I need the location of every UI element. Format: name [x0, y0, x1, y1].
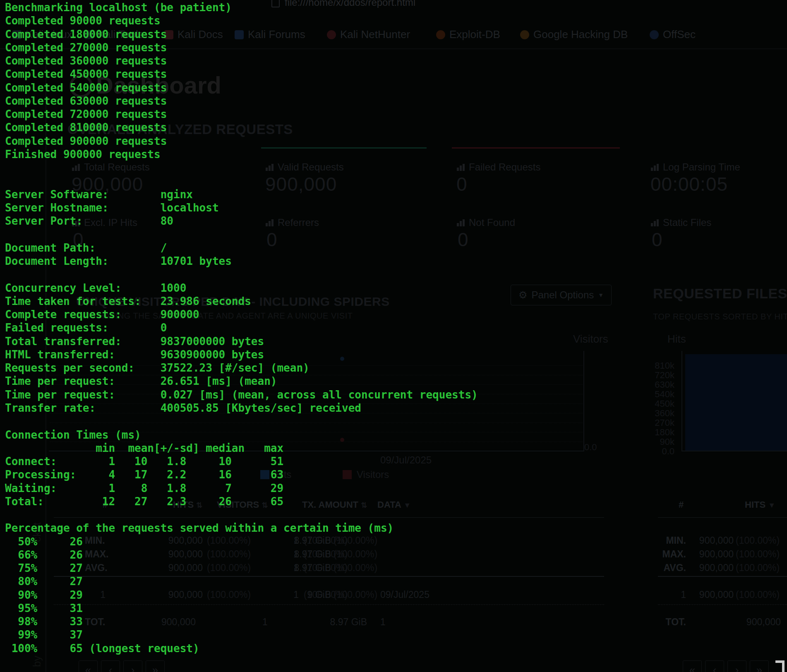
gear-icon: ⚙ — [518, 289, 528, 301]
cell-hits-pct: (100.00%) — [736, 535, 780, 546]
stat-static-files: Static Files — [650, 217, 711, 228]
files-col-header-hits[interactable]: HITS ▼ — [745, 499, 775, 510]
row-label-total: TOT. — [666, 617, 686, 628]
last-page-button[interactable]: » — [146, 660, 165, 672]
screen: file:///home/x/ddos/report.html Kali Lin… — [0, 0, 787, 672]
first-page-button[interactable]: « — [683, 660, 702, 672]
files-chart-x-axis — [681, 451, 787, 451]
main-chart-right-axis — [583, 351, 584, 451]
bar-chart-icon — [650, 163, 660, 171]
bookmark-offsec[interactable]: OffSec — [650, 28, 696, 41]
bookmark-google-hacking-db[interactable]: Google Hacking DB — [520, 28, 628, 41]
prev-page-button[interactable]: ‹ — [705, 660, 724, 672]
stat-log-parsing-time: Log Parsing Time — [650, 161, 740, 173]
files-panel-heading: REQUESTED FILES (URLS) — [653, 286, 787, 302]
panel-options-button[interactable]: ⚙ Panel Options ▼ — [511, 285, 612, 305]
row-label: AVG. — [663, 562, 686, 574]
row-label: MAX. — [662, 549, 686, 560]
row-label: MIN. — [666, 535, 686, 546]
files-axis-label: Hits — [667, 333, 686, 346]
y-tick: 0.0 — [645, 446, 674, 457]
stat-log-parsing-time-value: 00:00:05 — [650, 173, 728, 195]
files-col-header-idx[interactable]: # — [679, 499, 684, 510]
row-divider — [658, 604, 787, 605]
offsec-icon — [650, 30, 659, 39]
cell-hits-pct: (100.00%) — [736, 549, 780, 560]
cell-hits-pct: (100.00%) — [736, 589, 780, 600]
cell-hits: 900,000 — [699, 562, 734, 574]
next-page-button[interactable]: › — [123, 660, 142, 672]
main-axis-min-tick: 0.0 — [584, 442, 609, 453]
next-page-button[interactable]: › — [727, 660, 746, 672]
cell-idx: 1 — [681, 589, 686, 600]
cell-hits: 900,000 — [699, 535, 734, 546]
cell-hits-pct: (100.00%) — [736, 562, 780, 574]
summary-divider — [658, 576, 787, 577]
google-hacking-db-icon — [520, 30, 529, 39]
bar-chart-icon — [650, 219, 660, 226]
files-chart-bar — [685, 354, 787, 451]
prev-page-button[interactable]: ‹ — [101, 660, 120, 672]
header-divider — [658, 517, 787, 518]
terminal-output[interactable]: Benchmarking localhost (be patient) Comp… — [5, 1, 478, 655]
mouse-cursor — [782, 660, 785, 672]
cell-hits: 900,000 — [699, 549, 734, 560]
first-page-button[interactable]: « — [79, 660, 98, 672]
files-panel-subheading: TOP REQUESTS SORTED BY HITS — [653, 312, 787, 322]
stat-static-files-value: 0 — [652, 228, 663, 251]
cell-hits: 900,000 — [746, 617, 781, 628]
side-text-fragment: by — [31, 656, 43, 667]
files-chart-y-axis — [681, 351, 682, 451]
cell-hits: 900,000 — [699, 589, 734, 600]
last-page-button[interactable]: » — [750, 660, 769, 672]
caret-down-icon: ▼ — [768, 501, 775, 509]
right-axis-label: Visitors — [573, 333, 608, 346]
chevron-down-icon: ▼ — [598, 292, 604, 298]
